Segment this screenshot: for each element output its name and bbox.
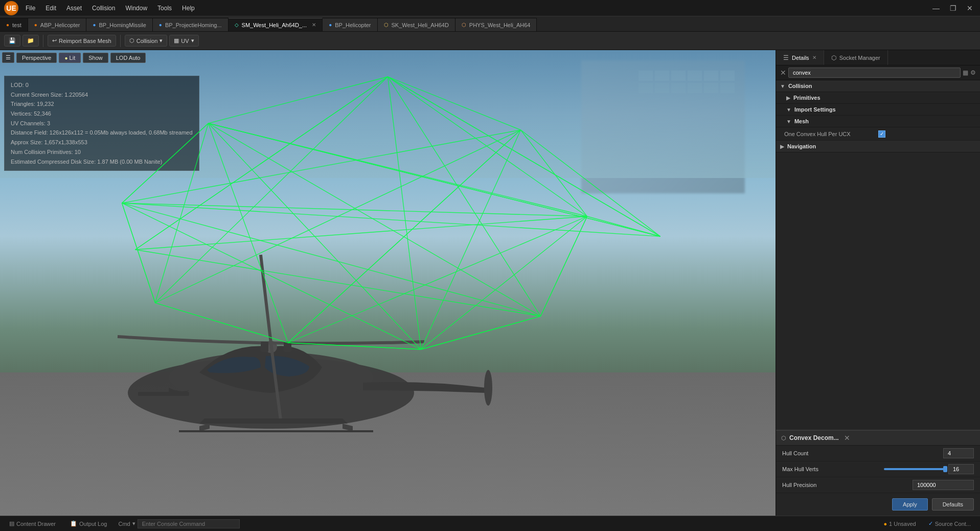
tab-sk-west-label: SK_West_Heli_AH64D [392,22,449,28]
import-settings-section-header[interactable]: ▼ Import Settings [776,104,980,116]
output-log-label: Output Log [79,521,107,527]
tab-bp-helicopter[interactable]: ● BP_Helicopter [323,18,377,31]
tab-bp-homing-label: BP_HomingMissile [99,22,146,28]
hull-count-input[interactable] [943,448,974,458]
panel-spacer [776,255,980,430]
collision-section-header[interactable]: ▼ Collision [776,80,980,92]
tab-bar: ● test ● ABP_Helicopter ● BP_HomingMissi… [0,16,980,32]
collision-arrow: ▾ [159,37,163,44]
menu-help[interactable]: Help [177,3,200,14]
output-log-icon: 📋 [70,520,77,527]
minimize-button[interactable]: — [929,3,943,13]
toolbar-sep-1 [43,35,43,47]
menu-tools[interactable]: Tools [152,3,177,14]
ue-logo: UE [4,1,18,15]
svg-line-8 [388,77,541,316]
convex-decomp-panel: ⬡ Convex Decom... ✕ Hull Count Max Hull … [776,430,980,516]
save-button[interactable]: 💾 [4,35,20,47]
content-drawer-label: Content Drawer [16,521,56,527]
uv-label: UV [181,38,189,44]
primitives-section-header[interactable]: ▶ Primitives [776,92,980,104]
convex-icon: ⬡ [781,435,786,441]
viewport[interactable]: LOD: 0 Current Screen Size: 1.220564 Tri… [0,50,776,516]
convex-title: Convex Decom... [789,434,839,441]
uv-icon: ▦ [174,37,179,44]
cmd-input[interactable] [138,519,240,528]
search-clear-button[interactable]: ✕ [780,69,786,77]
max-hull-verts-slider[interactable] [884,468,945,470]
apply-button[interactable]: Apply [892,498,928,511]
tab-phys-west-label: PHYS_West_Heli_AH64 [469,22,531,28]
toolbar-sep-2 [120,35,121,47]
browse-icon: 📁 [27,37,34,44]
search-bar: ✕ ▦ ⚙ [776,65,980,80]
tab-bp-heli-label: BP_Helicopter [335,22,371,28]
svg-line-10 [388,77,421,349]
one-convex-hull-checkbox[interactable]: ✓ [878,130,885,138]
details-tab-close[interactable]: ✕ [812,55,816,60]
import-settings-arrow-icon: ▼ [786,107,791,113]
max-hull-verts-row: Max Hull Verts [776,461,980,477]
mesh-arrow-icon: ▼ [786,119,791,124]
tab-abp-helicopter[interactable]: ● ABP_Helicopter [28,18,87,31]
tab-bp-projectie[interactable]: ● BP_ProjectieHoming... [153,18,229,31]
details-tab-label: Details [792,55,809,61]
tab-bp-homingmissile[interactable]: ● BP_HomingMissile [86,18,152,31]
content-drawer-button[interactable]: ▤ Content Drawer [6,519,59,528]
settings-button[interactable]: ⚙ [970,69,976,76]
one-convex-hull-value: ✓ [878,130,972,138]
svg-line-25 [421,216,587,349]
tab-sk-west-heli[interactable]: ⬡ SK_West_Heli_AH64D [378,18,455,31]
hull-count-label: Hull Count [782,450,943,456]
navigation-section-header[interactable]: ▶ Navigation [776,141,980,152]
cmd-label: Cmd [118,521,130,527]
convex-close-button[interactable]: ✕ [844,434,850,442]
hull-precision-input[interactable] [913,480,974,490]
navigation-section-label: Navigation [787,143,816,149]
max-hull-verts-value-group [884,464,974,474]
defaults-button[interactable]: Defaults [932,498,974,511]
menu-collision[interactable]: Collision [87,3,120,14]
table-view-button[interactable]: ▦ [963,69,968,76]
hull-precision-row: Hull Precision [776,477,980,493]
tab-phys-west-heli[interactable]: ⬡ PHYS_West_Heli_AH64 [455,18,537,31]
socket-tab-label: Socket Manager [839,55,880,61]
close-button[interactable]: ✕ [964,3,976,13]
socket-manager-tab[interactable]: ⬡ Socket Manager [824,50,888,65]
unsaved-indicator[interactable]: ● 1 Unsaved [880,520,919,528]
search-input[interactable] [788,68,961,78]
menu-file[interactable]: File [20,3,40,14]
menu-edit[interactable]: Edit [40,3,61,14]
svg-line-19 [122,203,421,349]
browse-button[interactable]: 📁 [22,35,39,47]
status-left: ▤ Content Drawer 📋 Output Log Cmd ▾ [6,519,240,528]
svg-marker-7 [122,77,587,349]
title-bar: UE File Edit Asset Collision Window Tool… [0,0,980,16]
source-control-button[interactable]: ✓ Source Cont... [925,519,974,528]
cmd-arrow-icon: ▾ [132,520,135,527]
svg-line-29 [122,203,155,303]
tab-test[interactable]: ● test [0,18,28,31]
details-tab[interactable]: ☰ Details ✕ [776,50,824,65]
svg-line-28 [155,123,209,303]
reimport-button[interactable]: ↩ Reimport Base Mesh [48,35,116,47]
tab-sm-west-close[interactable]: ✕ [312,22,316,28]
tab-sm-west-heli[interactable]: ◇ SM_West_Heli_Ah64D_... ✕ [229,18,323,31]
tab-abp-label: ABP_Helicopter [40,22,80,28]
wireframe-collision [0,50,776,516]
mesh-section-header[interactable]: ▼ Mesh [776,116,980,127]
maximize-button[interactable]: ❐ [947,3,960,13]
source-control-label: Source Cont... [935,521,971,527]
main-content: LOD: 0 Current Screen Size: 1.220564 Tri… [0,50,980,516]
uv-button[interactable]: ▦ UV ▾ [169,35,198,47]
source-control-icon: ✓ [928,520,933,527]
menu-window[interactable]: Window [120,3,152,14]
max-hull-verts-input[interactable] [948,464,974,474]
output-log-button[interactable]: 📋 Output Log [67,519,110,528]
svg-line-18 [122,203,541,316]
collision-button[interactable]: ⬡ Collision ▾ [125,35,168,47]
collision-section-content: ▶ Primitives ▼ Import Settings ▼ Mesh On… [776,92,980,141]
primitives-section-label: Primitives [793,95,821,101]
menu-asset[interactable]: Asset [61,3,87,14]
cmd-area: Cmd ▾ [118,519,239,528]
